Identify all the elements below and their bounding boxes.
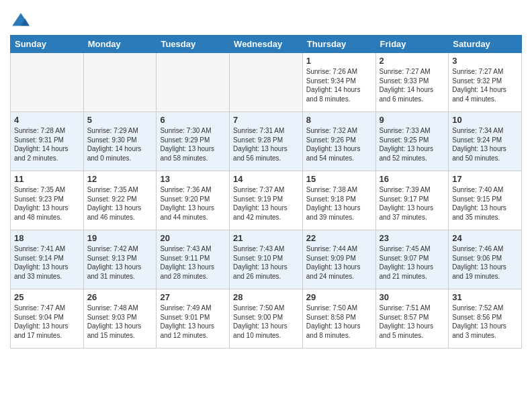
day-number: 7 (233, 115, 299, 125)
day-header-tuesday: Tuesday (157, 36, 230, 53)
cell-sun-info: Sunrise: 7:35 AM Sunset: 9:23 PM Dayligh… (14, 185, 80, 222)
day-number: 19 (87, 233, 153, 243)
cell-sun-info: Sunrise: 7:45 AM Sunset: 9:07 PM Dayligh… (380, 244, 445, 281)
cell-sun-info: Sunrise: 7:51 AM Sunset: 8:57 PM Dayligh… (380, 304, 445, 340)
calendar-cell: 25Sunrise: 7:47 AM Sunset: 9:04 PM Dayli… (11, 289, 84, 349)
logo-icon (10, 11, 32, 32)
cell-sun-info: Sunrise: 7:31 AM Sunset: 9:28 PM Dayligh… (233, 126, 299, 163)
calendar-cell: 4Sunrise: 7:28 AM Sunset: 9:31 PM Daylig… (11, 112, 84, 171)
cell-sun-info: Sunrise: 7:33 AM Sunset: 9:25 PM Dayligh… (380, 126, 445, 163)
day-number: 17 (452, 174, 518, 184)
cell-sun-info: Sunrise: 7:49 AM Sunset: 9:01 PM Dayligh… (160, 304, 226, 340)
cell-sun-info: Sunrise: 7:52 AM Sunset: 8:56 PM Dayligh… (452, 304, 518, 340)
calendar-cell: 14Sunrise: 7:37 AM Sunset: 9:19 PM Dayli… (230, 171, 303, 230)
calendar-cell: 2Sunrise: 7:27 AM Sunset: 9:33 PM Daylig… (375, 53, 449, 112)
calendar-cell: 24Sunrise: 7:46 AM Sunset: 9:06 PM Dayli… (449, 230, 522, 289)
cell-sun-info: Sunrise: 7:30 AM Sunset: 9:29 PM Dayligh… (160, 126, 226, 163)
cell-sun-info: Sunrise: 7:40 AM Sunset: 9:15 PM Dayligh… (452, 185, 518, 222)
calendar-cell: 16Sunrise: 7:39 AM Sunset: 9:17 PM Dayli… (375, 171, 449, 230)
day-number: 3 (452, 56, 518, 66)
day-number: 16 (380, 174, 445, 184)
logo (10, 11, 34, 32)
cell-sun-info: Sunrise: 7:46 AM Sunset: 9:06 PM Dayligh… (452, 244, 518, 281)
cell-sun-info: Sunrise: 7:42 AM Sunset: 9:13 PM Dayligh… (87, 244, 153, 281)
calendar-week-5: 25Sunrise: 7:47 AM Sunset: 9:04 PM Dayli… (11, 289, 522, 349)
day-number: 10 (452, 115, 518, 125)
calendar-cell: 3Sunrise: 7:27 AM Sunset: 9:32 PM Daylig… (449, 53, 522, 112)
cell-sun-info: Sunrise: 7:43 AM Sunset: 9:11 PM Dayligh… (160, 244, 226, 281)
calendar-cell: 8Sunrise: 7:32 AM Sunset: 9:26 PM Daylig… (302, 112, 375, 171)
day-number: 27 (160, 292, 226, 302)
calendar-cell (83, 53, 157, 112)
cell-sun-info: Sunrise: 7:26 AM Sunset: 9:34 PM Dayligh… (306, 67, 372, 103)
calendar-cell: 18Sunrise: 7:41 AM Sunset: 9:14 PM Dayli… (11, 230, 84, 289)
calendar-cell: 26Sunrise: 7:48 AM Sunset: 9:03 PM Dayli… (83, 289, 157, 349)
calendar-week-3: 11Sunrise: 7:35 AM Sunset: 9:23 PM Dayli… (11, 171, 522, 230)
calendar-cell: 11Sunrise: 7:35 AM Sunset: 9:23 PM Dayli… (11, 171, 84, 230)
calendar-cell: 10Sunrise: 7:34 AM Sunset: 9:24 PM Dayli… (449, 112, 522, 171)
calendar-cell: 7Sunrise: 7:31 AM Sunset: 9:28 PM Daylig… (230, 112, 303, 171)
calendar-cell: 12Sunrise: 7:35 AM Sunset: 9:22 PM Dayli… (83, 171, 157, 230)
day-header-wednesday: Wednesday (230, 36, 303, 53)
calendar-week-1: 1Sunrise: 7:26 AM Sunset: 9:34 PM Daylig… (11, 53, 522, 112)
calendar-cell: 17Sunrise: 7:40 AM Sunset: 9:15 PM Dayli… (449, 171, 522, 230)
day-number: 26 (87, 292, 153, 302)
day-number: 30 (380, 292, 445, 302)
weekday-header-row: SundayMondayTuesdayWednesdayThursdayFrid… (11, 36, 522, 53)
header (10, 7, 522, 32)
day-number: 4 (14, 115, 80, 125)
calendar-cell: 21Sunrise: 7:43 AM Sunset: 9:10 PM Dayli… (230, 230, 303, 289)
calendar-cell: 9Sunrise: 7:33 AM Sunset: 9:25 PM Daylig… (375, 112, 449, 171)
calendar-cell: 6Sunrise: 7:30 AM Sunset: 9:29 PM Daylig… (157, 112, 230, 171)
day-number: 12 (87, 174, 153, 184)
calendar-cell: 30Sunrise: 7:51 AM Sunset: 8:57 PM Dayli… (375, 289, 449, 349)
cell-sun-info: Sunrise: 7:37 AM Sunset: 9:19 PM Dayligh… (233, 185, 299, 222)
day-number: 13 (160, 174, 226, 184)
calendar-cell: 29Sunrise: 7:50 AM Sunset: 8:58 PM Dayli… (302, 289, 375, 349)
cell-sun-info: Sunrise: 7:41 AM Sunset: 9:14 PM Dayligh… (14, 244, 80, 281)
day-number: 15 (306, 174, 372, 184)
day-number: 18 (14, 233, 80, 243)
cell-sun-info: Sunrise: 7:43 AM Sunset: 9:10 PM Dayligh… (233, 244, 299, 281)
day-number: 20 (160, 233, 226, 243)
day-number: 9 (380, 115, 445, 125)
calendar-cell (230, 53, 303, 112)
calendar-cell (157, 53, 230, 112)
cell-sun-info: Sunrise: 7:36 AM Sunset: 9:20 PM Dayligh… (160, 185, 226, 222)
calendar-cell: 31Sunrise: 7:52 AM Sunset: 8:56 PM Dayli… (449, 289, 522, 349)
cell-sun-info: Sunrise: 7:35 AM Sunset: 9:22 PM Dayligh… (87, 185, 153, 222)
calendar-week-4: 18Sunrise: 7:41 AM Sunset: 9:14 PM Dayli… (11, 230, 522, 289)
day-number: 8 (306, 115, 372, 125)
calendar-cell: 19Sunrise: 7:42 AM Sunset: 9:13 PM Dayli… (83, 230, 157, 289)
day-number: 2 (380, 56, 445, 66)
day-number: 23 (380, 233, 445, 243)
calendar-cell: 5Sunrise: 7:29 AM Sunset: 9:30 PM Daylig… (83, 112, 157, 171)
calendar-table: SundayMondayTuesdayWednesdayThursdayFrid… (10, 35, 522, 349)
cell-sun-info: Sunrise: 7:44 AM Sunset: 9:09 PM Dayligh… (306, 244, 372, 281)
day-number: 14 (233, 174, 299, 184)
day-number: 28 (233, 292, 299, 302)
calendar-cell: 22Sunrise: 7:44 AM Sunset: 9:09 PM Dayli… (302, 230, 375, 289)
calendar-cell (11, 53, 84, 112)
calendar-cell: 28Sunrise: 7:50 AM Sunset: 9:00 PM Dayli… (230, 289, 303, 349)
cell-sun-info: Sunrise: 7:50 AM Sunset: 8:58 PM Dayligh… (306, 304, 372, 340)
cell-sun-info: Sunrise: 7:38 AM Sunset: 9:18 PM Dayligh… (306, 185, 372, 222)
calendar-week-2: 4Sunrise: 7:28 AM Sunset: 9:31 PM Daylig… (11, 112, 522, 171)
day-number: 11 (14, 174, 80, 184)
cell-sun-info: Sunrise: 7:29 AM Sunset: 9:30 PM Dayligh… (87, 126, 153, 163)
day-number: 6 (160, 115, 226, 125)
day-number: 1 (306, 56, 372, 66)
cell-sun-info: Sunrise: 7:28 AM Sunset: 9:31 PM Dayligh… (14, 126, 80, 163)
day-header-thursday: Thursday (302, 36, 375, 53)
cell-sun-info: Sunrise: 7:32 AM Sunset: 9:26 PM Dayligh… (306, 126, 372, 163)
day-header-friday: Friday (375, 36, 449, 53)
day-number: 31 (452, 292, 518, 302)
day-header-sunday: Sunday (11, 36, 84, 53)
calendar-cell: 15Sunrise: 7:38 AM Sunset: 9:18 PM Dayli… (302, 171, 375, 230)
cell-sun-info: Sunrise: 7:27 AM Sunset: 9:32 PM Dayligh… (452, 67, 518, 103)
cell-sun-info: Sunrise: 7:48 AM Sunset: 9:03 PM Dayligh… (87, 304, 153, 340)
calendar-cell: 27Sunrise: 7:49 AM Sunset: 9:01 PM Dayli… (157, 289, 230, 349)
cell-sun-info: Sunrise: 7:50 AM Sunset: 9:00 PM Dayligh… (233, 304, 299, 340)
day-number: 21 (233, 233, 299, 243)
calendar-cell: 13Sunrise: 7:36 AM Sunset: 9:20 PM Dayli… (157, 171, 230, 230)
